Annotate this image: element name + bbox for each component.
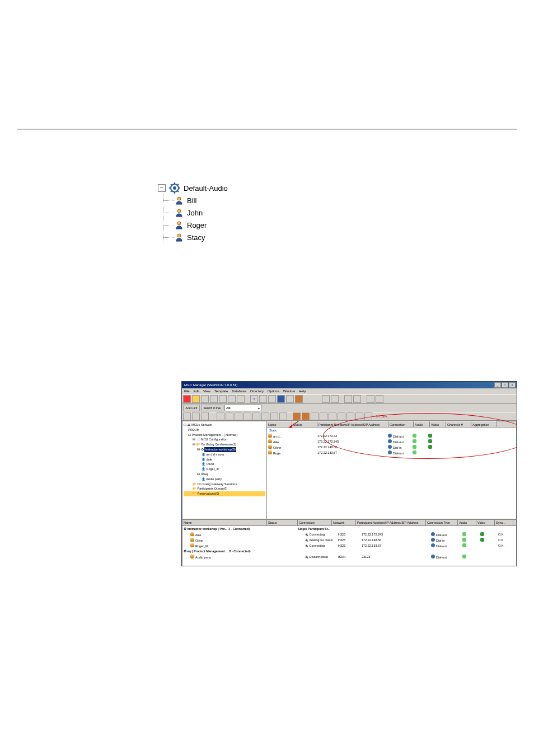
bcol-conn-type[interactable]: Connection Type	[426, 520, 458, 525]
menu-database[interactable]: Database	[232, 389, 246, 393]
menu-options[interactable]: Options	[268, 389, 279, 393]
tree-child-row[interactable]: Bill	[175, 194, 228, 206]
toolbar-button[interactable]	[201, 412, 209, 420]
toolbar-button[interactable]	[279, 412, 287, 420]
toolbar-button[interactable]	[277, 395, 285, 403]
collapse-icon[interactable]: −	[158, 184, 166, 192]
toolbar-button[interactable]	[252, 412, 260, 420]
nav-item[interactable]: ⊟ Product Management - ( Normal )	[184, 433, 265, 438]
toolbar-button[interactable]	[293, 412, 301, 420]
menu-view[interactable]: View	[203, 389, 210, 393]
toolbar-button[interactable]	[329, 412, 336, 420]
toolbar-button[interactable]	[237, 395, 245, 403]
nav-item-selected[interactable]: ⊟ ⚙ Instructor workshop(0)	[184, 447, 265, 452]
toolbar-button[interactable]	[302, 412, 310, 420]
toolbar-button[interactable]	[268, 395, 276, 403]
toolbar-button[interactable]	[243, 412, 251, 420]
maximize-button[interactable]: □	[502, 382, 508, 388]
bcol-video[interactable]: Video	[476, 520, 495, 525]
col-address[interactable]: Participant Numbers/IP Address/SIP Addre…	[317, 421, 388, 427]
toolbar-button[interactable]	[219, 395, 227, 403]
bcol-audio[interactable]: Audio	[458, 520, 476, 525]
bcol-connection[interactable]: Connection	[298, 520, 332, 525]
nav-item[interactable]: PREOM	[184, 428, 265, 433]
menu-window[interactable]: Window	[283, 389, 295, 393]
toolbar-button[interactable]	[331, 395, 339, 403]
menu-edit[interactable]: Edit	[194, 389, 199, 393]
toolbar-stop-icon[interactable]	[183, 395, 191, 403]
toolbar-button[interactable]	[192, 412, 200, 420]
toolbar-button[interactable]	[270, 412, 278, 420]
toolbar-folder-icon[interactable]	[192, 395, 200, 403]
nav-item[interactable]: 📂 On Going Gateway Sessions	[184, 482, 265, 487]
col-audio[interactable]: Audio	[414, 421, 430, 427]
bcol-name[interactable]: Name	[182, 520, 267, 525]
col-video[interactable]: Video	[430, 421, 446, 427]
bottom-group-header[interactable]: ⚙ Instructor workshop ( Pro... 1 - Conne…	[182, 526, 516, 532]
list-row[interactable]: Oliver172.22.148.50Dial-in	[267, 444, 516, 450]
menu-template[interactable]: Template	[214, 389, 228, 393]
toolbar-button[interactable]	[226, 412, 233, 420]
list-row[interactable]: Roge...172.22.133.67Dial-out	[267, 450, 516, 456]
toolbar-button[interactable]	[210, 395, 218, 403]
tree-child-row[interactable]: John	[175, 206, 228, 219]
add-conf-button[interactable]: Add Conf	[183, 405, 200, 411]
nav-item[interactable]: ⊞ 📄 MCU Configuration	[184, 437, 265, 442]
nav-item[interactable]: 📂 Reservations(0)	[184, 491, 265, 496]
bottom-row[interactable]: Audio party🔌 DisconnectedISDN23123Dial-o…	[182, 554, 516, 560]
bcol-address[interactable]: Participant Numbers/IP Address/SIP Addre…	[356, 520, 426, 525]
col-aggregation[interactable]: Aggregation	[471, 421, 496, 427]
toolbar-button[interactable]	[295, 395, 303, 403]
col-channels[interactable]: Channels #	[446, 421, 471, 427]
nav-item[interactable]: ⊟ ⚙ eq	[184, 472, 265, 477]
bottom-row[interactable]: Roger_IP🔌 ConnectingH323172.22.133.67Dia…	[182, 543, 516, 548]
toolbar-button[interactable]	[355, 412, 363, 420]
nav-item[interactable]: 👤 Roger_IP	[184, 467, 265, 472]
toolbar-button[interactable]	[217, 412, 224, 420]
toolbar-button[interactable]	[201, 395, 209, 403]
nav-root[interactable]: ⊟ 🖧 MCUs Network	[184, 422, 265, 428]
menu-file[interactable]: File	[184, 389, 190, 393]
nav-item[interactable]: 👤 Oliver	[184, 462, 265, 467]
menu-help[interactable]: Help	[299, 389, 306, 393]
toolbar-button[interactable]	[322, 395, 330, 403]
tree-child-row[interactable]: Stacy	[175, 231, 228, 243]
search-tree-button[interactable]: Search in tree	[201, 405, 223, 411]
minimize-button[interactable]: _	[494, 382, 501, 388]
toolbar-button[interactable]	[376, 395, 383, 403]
toolbar-button[interactable]	[364, 412, 372, 420]
nav-item[interactable]: 👤 dale	[184, 457, 265, 462]
list-row[interactable]: dale172.22.172.245Dial-out	[267, 439, 516, 444]
tree-child-row[interactable]: Roger	[175, 219, 228, 231]
bcol-sync[interactable]: Sync...	[495, 520, 513, 525]
col-status[interactable]: Status	[292, 421, 317, 427]
toolbar-button[interactable]	[367, 395, 374, 403]
nav-item[interactable]: 👤 an d d s no o	[184, 452, 265, 457]
toolbar-button[interactable]	[344, 395, 352, 403]
bottom-row[interactable]: Oliver🔌 Waiting for dial-inH323172.22.14…	[182, 537, 516, 543]
col-connection[interactable]: Connection	[388, 421, 414, 427]
nav-item[interactable]: 👤 Audio party	[184, 477, 265, 482]
nav-item[interactable]: 📂 Participants Queue(0)	[184, 486, 265, 491]
bottom-group-header[interactable]: ⚙ eq ( Product Management ... 0 - Connec…	[182, 548, 516, 554]
tree-root-row[interactable]: − Default-Audio	[158, 182, 228, 194]
bcol-status[interactable]: Status	[267, 520, 298, 525]
close-button[interactable]: ×	[509, 382, 516, 388]
toolbar-button[interactable]	[259, 395, 267, 403]
bottom-row[interactable]: dale🔌 ConnectingH323172.22.172.245Dial-o…	[182, 532, 516, 537]
list-row[interactable]: an d...172.22.172.43Dial-out	[267, 433, 516, 439]
toolbar-button[interactable]	[353, 395, 361, 403]
bcol-network[interactable]: Network	[332, 520, 356, 525]
toolbar-button[interactable]	[235, 412, 242, 420]
nav-item[interactable]: ⊟ 📂 On Going Conferences(1)	[184, 442, 265, 447]
toolbar-button[interactable]	[261, 412, 269, 420]
col-name[interactable]: Name	[267, 421, 292, 427]
menu-directory[interactable]: Directory	[250, 389, 264, 393]
nav-tree[interactable]: ⊟ 🖧 MCUs Network PREOM ⊟ Product Managem…	[182, 421, 267, 519]
toolbar-button[interactable]	[228, 395, 236, 403]
toolbar-help-icon[interactable]: ?	[250, 395, 258, 403]
toolbar-button[interactable]	[183, 412, 191, 420]
toolbar-button[interactable]	[286, 395, 294, 403]
toolbar-button[interactable]	[338, 412, 345, 420]
toolbar-button[interactable]	[311, 412, 318, 420]
